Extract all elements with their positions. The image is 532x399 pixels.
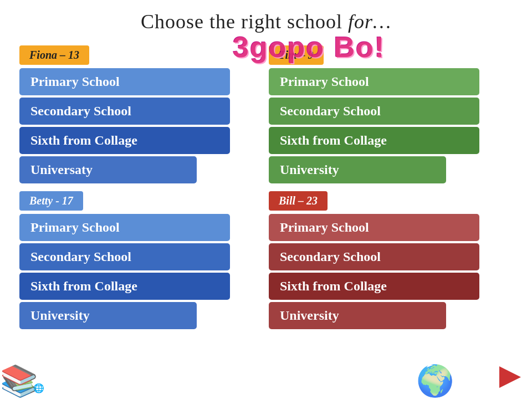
- bill-primary-btn[interactable]: Primary School: [269, 214, 479, 241]
- title-main: Choose the right school: [141, 11, 348, 33]
- tim-sixth-btn[interactable]: Sixth from Collage: [269, 127, 479, 154]
- bill-section: Bill – 23 Primary School Secondary Schoo…: [269, 189, 513, 331]
- fiona-label: Fiona – 13: [19, 45, 89, 65]
- fiona-university-btn[interactable]: Universaty: [19, 156, 197, 183]
- globe-decoration: 🌐: [33, 383, 44, 393]
- svg-marker-0: [499, 366, 521, 388]
- book-stack-right: 🌍: [416, 363, 454, 399]
- tim-section: Tim – 9 Primary School Secondary School …: [269, 43, 513, 186]
- bill-university-btn[interactable]: University: [269, 302, 446, 329]
- betty-university-btn[interactable]: University: [19, 302, 197, 329]
- betty-secondary-btn[interactable]: Secondary School: [19, 243, 230, 270]
- fiona-secondary-btn[interactable]: Secondary School: [19, 98, 230, 125]
- fiona-section: Fiona – 13 Primary School Secondary Scho…: [19, 43, 263, 186]
- fiona-sixth-btn[interactable]: Sixth from Collage: [19, 127, 230, 154]
- betty-sixth-btn[interactable]: Sixth from Collage: [19, 273, 230, 300]
- tim-secondary-btn[interactable]: Secondary School: [269, 98, 479, 125]
- fiona-primary-btn[interactable]: Primary School: [19, 68, 230, 95]
- bill-sixth-btn[interactable]: Sixth from Collage: [269, 273, 479, 300]
- betty-label: Betty - 17: [19, 191, 83, 211]
- betty-section: Betty - 17 Primary School Secondary Scho…: [19, 189, 263, 331]
- title-italic: for…: [348, 11, 391, 33]
- betty-primary-btn[interactable]: Primary School: [19, 214, 230, 241]
- stamp-text: 3gopo Bo!: [233, 30, 385, 64]
- bill-label: Bill – 23: [269, 191, 328, 211]
- next-arrow[interactable]: [495, 362, 525, 395]
- book-stack-left: 📚: [0, 363, 38, 399]
- tim-primary-btn[interactable]: Primary School: [269, 68, 479, 95]
- bill-secondary-btn[interactable]: Secondary School: [269, 243, 479, 270]
- tim-university-btn[interactable]: University: [269, 156, 446, 183]
